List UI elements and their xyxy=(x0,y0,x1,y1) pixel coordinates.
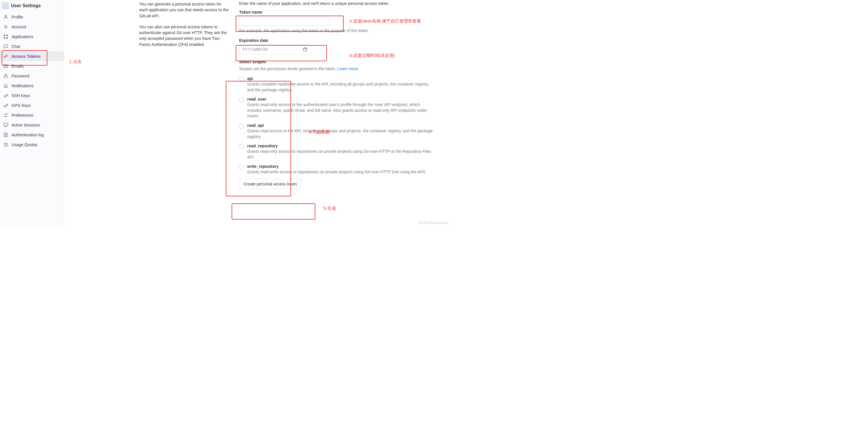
annotation-text-4: 4.勾选权限 xyxy=(309,129,330,135)
sidebar-item-label: Password xyxy=(11,74,29,78)
profile-icon xyxy=(3,15,8,19)
sidebar-item-label: Notifications xyxy=(11,84,33,88)
sliders-icon xyxy=(3,113,8,118)
watermark: CSDN @AscendKing xyxy=(418,221,448,224)
scope-desc: Grants read-only access to repositories … xyxy=(247,149,431,159)
svg-rect-7 xyxy=(4,76,7,78)
scope-read-repository-checkbox[interactable] xyxy=(239,145,244,149)
gear-icon xyxy=(3,25,8,29)
apps-icon xyxy=(3,34,8,39)
sidebar-item-access-tokens[interactable]: Access Tokens xyxy=(0,52,64,61)
expiration-placeholder: YYYY-MM-DD xyxy=(242,47,268,52)
sidebar-header: User Settings xyxy=(0,1,64,12)
sidebar: User Settings Profile Account Applicatio… xyxy=(0,0,64,226)
annotation-text-2: 2.设置token名称,便于自己管理和查看 xyxy=(349,19,421,24)
scope-api: api Grants complete read/write access to… xyxy=(239,76,435,93)
scope-write-repository-checkbox[interactable] xyxy=(239,165,244,169)
bell-icon xyxy=(3,84,8,88)
chat-icon xyxy=(3,44,8,49)
sidebar-item-ssh-keys[interactable]: SSH Keys xyxy=(0,91,64,100)
sidebar-item-label: Authentication log xyxy=(11,132,43,137)
sidebar-item-chat[interactable]: Chat xyxy=(0,41,64,52)
link-icon xyxy=(3,54,8,59)
svg-rect-12 xyxy=(4,123,8,126)
avatar xyxy=(2,2,9,9)
svg-point-0 xyxy=(5,15,7,17)
sidebar-item-label: Profile xyxy=(11,15,23,19)
scope-read-user: read_user Grants read-only access to the… xyxy=(239,97,435,119)
scope-write-repository: write_repository Grants read-write acces… xyxy=(239,164,435,175)
scope-read-api-checkbox[interactable] xyxy=(239,124,244,128)
scope-desc: Grants read-write access to repositories… xyxy=(247,169,427,174)
token-name-input[interactable] xyxy=(239,16,329,26)
lock-icon xyxy=(3,74,8,78)
page-title: User Settings xyxy=(11,3,41,8)
sidebar-item-label: Usage Quotas xyxy=(11,143,37,147)
token-description: You can generate a personal access token… xyxy=(139,1,229,53)
scope-read-api: read_api Grants read access to the API, … xyxy=(239,123,435,139)
sidebar-item-label: GPG Keys xyxy=(11,103,31,108)
learn-more-link[interactable]: Learn more. xyxy=(337,66,359,71)
svg-rect-6 xyxy=(4,65,8,68)
key-icon xyxy=(3,93,8,98)
sidebar-item-active-sessions[interactable]: Active Sessions xyxy=(0,120,64,130)
calendar-icon xyxy=(303,47,308,52)
sidebar-item-label: Chat xyxy=(11,44,20,49)
expiration-date-input[interactable]: YYYY-MM-DD xyxy=(239,44,311,54)
sidebar-item-usage-quotas[interactable]: Usage Quotas xyxy=(0,140,64,150)
sidebar-item-label: SSH Keys xyxy=(11,93,30,98)
sidebar-item-password[interactable]: Password xyxy=(0,71,64,81)
desc-paragraph-2: You can also use personal access tokens … xyxy=(139,24,229,48)
sidebar-item-profile[interactable]: Profile xyxy=(0,12,64,22)
annotation-text-5: 5.生成 xyxy=(323,206,336,211)
token-name-help: For example, the application using the t… xyxy=(239,28,435,33)
svg-point-11 xyxy=(5,116,5,117)
expiration-group: Expiration date YYYY-MM-DD xyxy=(239,38,435,54)
sidebar-item-emails[interactable]: Emails xyxy=(0,61,64,71)
scope-read-user-checkbox[interactable] xyxy=(239,98,244,102)
scope-desc: Grants read access to the API, including… xyxy=(247,128,433,139)
sidebar-item-label: Access Tokens xyxy=(11,54,41,59)
svg-rect-5 xyxy=(6,37,8,39)
expiration-label: Expiration date xyxy=(239,38,435,43)
scope-desc: Grants read-only access to the authentic… xyxy=(247,102,427,118)
svg-rect-4 xyxy=(4,37,5,39)
scopes-help: Scopes set the permission levels granted… xyxy=(239,66,435,71)
sidebar-item-authentication-log[interactable]: Authentication log xyxy=(0,130,64,140)
list-icon xyxy=(3,132,8,137)
scope-name: api xyxy=(247,76,435,81)
sidebar-item-applications[interactable]: Applications xyxy=(0,32,64,41)
annotation-text-3: 3.设置过期时间(非必填) xyxy=(349,53,395,58)
sidebar-item-label: Emails xyxy=(11,64,24,68)
scopes-group: Select scopes Scopes set the permission … xyxy=(239,60,435,71)
quota-icon xyxy=(3,143,8,147)
annotation-box-5 xyxy=(231,203,315,220)
scopes-title: Select scopes xyxy=(239,60,435,64)
scope-name: read_user xyxy=(247,97,435,101)
annotation-text-1: 1.点击 xyxy=(69,59,82,64)
scope-api-checkbox[interactable] xyxy=(239,77,244,82)
scope-name: read_repository xyxy=(247,144,435,148)
sidebar-item-label: Preferences xyxy=(11,113,33,118)
token-form: Enter the name of your application, and … xyxy=(239,1,435,189)
svg-point-1 xyxy=(5,26,7,28)
sidebar-item-gpg-keys[interactable]: GPG Keys xyxy=(0,100,64,110)
scope-desc: Grants complete read/write access to the… xyxy=(247,82,429,92)
sidebar-item-label: Account xyxy=(11,25,26,29)
scope-name: read_api xyxy=(247,123,435,128)
key-icon xyxy=(3,103,8,108)
svg-point-10 xyxy=(6,114,7,115)
svg-rect-15 xyxy=(304,48,307,51)
sidebar-item-notifications[interactable]: Notifications xyxy=(0,81,64,91)
token-name-label: Token name xyxy=(239,10,435,14)
sidebar-item-preferences[interactable]: Preferences xyxy=(0,110,64,120)
svg-rect-2 xyxy=(4,35,5,36)
create-token-button[interactable]: Create personal access token xyxy=(239,179,301,189)
sidebar-item-label: Applications xyxy=(11,34,33,39)
sidebar-item-label: Active Sessions xyxy=(11,123,40,127)
mail-icon xyxy=(3,64,8,68)
sidebar-item-account[interactable]: Account xyxy=(0,22,64,32)
svg-rect-3 xyxy=(6,35,8,36)
form-intro: Enter the name of your application, and … xyxy=(239,1,435,6)
scope-name: write_repository xyxy=(247,164,435,169)
